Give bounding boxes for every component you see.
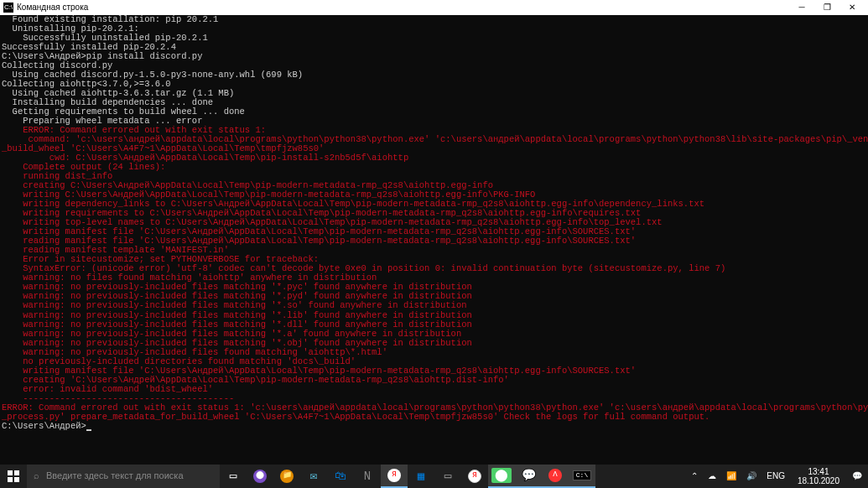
svg-rect-1 — [14, 470, 19, 475]
terminal-line: writing manifest file 'C:\Users\Андрей\A… — [2, 366, 866, 376]
terminal-line: warning: no previously-included files ma… — [2, 320, 866, 330]
tray-wifi-icon[interactable]: 📶 — [724, 472, 739, 481]
tray-language[interactable]: ENG — [764, 472, 787, 481]
terminal-prompt[interactable]: C:\Users\Андрей> — [2, 422, 866, 431]
title-bar: C:\ Командная строка ─ ❐ ✕ — [0, 0, 868, 15]
tray-chevron-icon[interactable]: ⌃ — [689, 472, 700, 481]
taskbar-app-7[interactable]: ▦ — [408, 465, 434, 488]
terminal-line: creating 'C:\Users\Андрей\AppData\Local\… — [2, 376, 866, 385]
taskbar-app-10[interactable]: ⬤ — [488, 465, 515, 488]
taskbar-app-cmd[interactable]: C:\ — [569, 465, 595, 488]
taskbar-app-4[interactable]: 🛍 — [327, 465, 354, 488]
start-button[interactable] — [0, 465, 27, 488]
terminal-line: C:\Users\Андрей>pip install discord.py — [2, 52, 866, 61]
taskbar-app-discord[interactable]: 💬 — [515, 465, 542, 488]
terminal-line: warning: no previously-included files ma… — [2, 301, 866, 310]
terminal-line: warning: no previously-included files ma… — [2, 339, 866, 348]
task-view-button[interactable]: ▭ — [220, 465, 247, 488]
svg-rect-3 — [14, 477, 19, 482]
taskbar: ⌕ Введите здесь текст для поиска ▭ ⬤ 📁 ✉… — [0, 465, 868, 488]
close-button[interactable]: ✕ — [839, 0, 865, 15]
terminal-line: _process.py' prepare_metadata_for_build_… — [2, 413, 866, 422]
taskbar-app-3[interactable]: ✉ — [300, 465, 327, 488]
tray-notifications-icon[interactable]: 💬 — [850, 472, 865, 481]
taskbar-app-8[interactable]: ▭ — [434, 465, 461, 488]
window-controls: ─ ❐ ✕ — [789, 0, 865, 15]
tray-time: 13:41 — [798, 467, 839, 476]
search-placeholder: Введите здесь текст для поиска — [46, 471, 184, 481]
terminal-line: error: invalid command 'bdist_wheel' — [2, 385, 866, 394]
taskbar-app-yandex[interactable]: Я — [381, 465, 408, 488]
terminal-line: warning: no previously-included files ma… — [2, 330, 866, 339]
taskbar-app-12[interactable]: Λ — [542, 465, 569, 488]
taskbar-app-2[interactable]: 📁 — [273, 465, 300, 488]
svg-rect-0 — [8, 470, 13, 475]
search-icon: ⌕ — [34, 471, 39, 481]
tray-date: 18.10.2020 — [798, 476, 839, 485]
svg-rect-2 — [8, 477, 13, 482]
cmd-icon: C:\ — [3, 3, 13, 13]
search-input[interactable]: ⌕ Введите здесь текст для поиска — [27, 465, 220, 488]
terminal-line: no previously-included directories found… — [2, 357, 866, 366]
taskbar-app-9[interactable]: Я — [461, 465, 488, 488]
tray-volume-icon[interactable]: 🔊 — [744, 472, 759, 481]
terminal-line: warning: no previously-included files fo… — [2, 348, 866, 357]
minimize-button[interactable]: ─ — [789, 0, 814, 15]
tray-clock[interactable]: 13:41 18.10.2020 — [793, 467, 845, 485]
taskbar-app-5[interactable]: N — [354, 465, 381, 488]
terminal-line: warning: no previously-included files ma… — [2, 311, 866, 320]
tray-onedrive-icon[interactable]: ☁ — [705, 472, 719, 481]
taskbar-app-1[interactable]: ⬤ — [247, 465, 273, 488]
terminal-line: Complete output (24 lines): — [2, 163, 866, 172]
system-tray: ⌃ ☁ 📶 🔊 ENG 13:41 18.10.2020 💬 — [689, 465, 868, 488]
window-title: Командная строка — [17, 3, 88, 13]
maximize-button[interactable]: ❐ — [814, 0, 839, 15]
terminal-line: ---------------------------------------- — [2, 394, 866, 403]
cursor — [86, 429, 91, 431]
terminal-output[interactable]: Found existing installation: pip 20.2.1 … — [0, 15, 868, 431]
